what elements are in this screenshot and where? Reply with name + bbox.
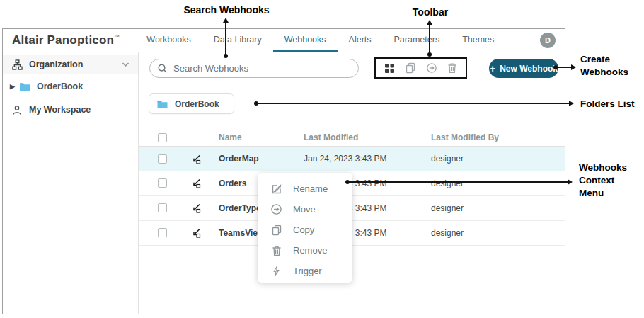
folder-icon [19, 81, 30, 91]
logo-text: Altair Panopticon [12, 33, 114, 47]
main-nav: Workbooks Data Library Webhooks Alerts P… [135, 29, 505, 52]
row-checkbox[interactable] [158, 154, 167, 164]
arrowhead-right [571, 64, 576, 70]
tab-webhooks[interactable]: Webhooks [273, 29, 338, 52]
tab-data-library[interactable]: Data Library [202, 29, 273, 52]
annotation-dot [345, 180, 350, 184]
arrowhead-up [427, 20, 432, 25]
content-topbar: + New Webhook [139, 52, 565, 84]
sidebar: Organization ▶ OrderBook My Workspace [3, 52, 139, 314]
move-icon [270, 203, 282, 215]
sidebar-item-label: Organization [29, 59, 83, 69]
webhook-last-modified-by: designer [431, 171, 464, 196]
delete-icon [270, 245, 282, 256]
trademark: ™ [114, 34, 120, 40]
annotation-line-text: Context [579, 174, 627, 187]
sidebar-divider [3, 98, 138, 98]
folder-icon [156, 99, 168, 109]
sidebar-item-my-workspace[interactable]: My Workspace [3, 99, 138, 120]
app-logo: Altair Panopticon™ [12, 33, 120, 47]
annotation-line [225, 22, 226, 55]
sidebar-item-orderbook[interactable]: ▶ OrderBook [3, 76, 138, 96]
menu-item-label: Trigger [293, 266, 322, 276]
webhook-last-modified-by: designer [431, 221, 464, 246]
webhook-last-modified-by: designer [431, 147, 464, 171]
app-window: Altair Panopticon™ Workbooks Data Librar… [2, 28, 565, 314]
annotation-line-text: Webhooks [580, 66, 628, 79]
annotation-dot [224, 54, 228, 58]
arrowhead-right [569, 101, 574, 106]
webhook-last-modified-by: designer [431, 196, 464, 221]
arrowhead-up [223, 18, 229, 23]
webhook-icon [190, 227, 202, 242]
menu-item-copy[interactable]: Copy [258, 220, 352, 240]
annotation-line [258, 103, 569, 104]
lightning-icon [270, 266, 282, 276]
folder-chip-orderbook[interactable]: OrderBook [149, 93, 234, 114]
menu-item-rename[interactable]: Rename [258, 178, 352, 199]
move-icon[interactable] [426, 62, 437, 74]
tab-alerts[interactable]: Alerts [338, 29, 383, 52]
person-icon [11, 105, 23, 115]
search-icon [157, 63, 168, 74]
annotation-create-webhooks: Create Webhooks [580, 53, 628, 79]
annotation-webhooks-context-menu: Webhooks Context Menu [579, 161, 627, 200]
row-checkbox[interactable] [158, 203, 167, 212]
user-avatar[interactable]: D [540, 33, 556, 48]
webhook-icon [190, 178, 202, 192]
tab-themes[interactable]: Themes [451, 29, 505, 52]
annotation-line-text: Webhooks [579, 161, 627, 174]
plus-icon: + [490, 63, 495, 74]
menu-item-trigger[interactable]: Trigger [258, 261, 352, 281]
sidebar-item-label: OrderBook [37, 81, 83, 91]
select-all-checkbox[interactable] [158, 133, 167, 142]
sidebar-item-organization[interactable]: Organization [3, 55, 138, 74]
content-area: + New Webhook OrderBook Name Last Modifi… [139, 52, 565, 314]
toolbar [374, 57, 467, 79]
delete-icon[interactable] [447, 62, 457, 74]
annotation-search-webhooks: Search Webhooks [177, 4, 276, 16]
table-header: Name Last Modified Last Modified By [139, 127, 565, 147]
tab-workbooks[interactable]: Workbooks [135, 29, 202, 52]
folder-chip-label: OrderBook [175, 99, 219, 109]
webhook-icon [190, 154, 202, 168]
annotation-toolbar: Toolbar [396, 6, 464, 18]
copy-icon[interactable] [405, 62, 416, 74]
annotation-folders-list: Folders List [580, 98, 635, 110]
column-header-name: Name [219, 127, 242, 147]
grid-view-icon[interactable] [384, 63, 395, 74]
annotation-dot [427, 52, 432, 57]
annotation-line [429, 24, 430, 54]
annotation-dot [553, 65, 558, 69]
table-row[interactable]: OrderMap Jan 24, 2023 3:43 PM designer [139, 147, 565, 171]
annotation-line [349, 181, 568, 183]
webhooks-context-menu: Rename Move Copy Remove [258, 173, 352, 283]
menu-item-label: Move [293, 204, 316, 215]
tab-parameters[interactable]: Parameters [383, 29, 452, 52]
new-webhook-button[interactable]: + New Webhook [489, 59, 558, 78]
hierarchy-icon [11, 59, 23, 70]
app-header: Altair Panopticon™ Workbooks Data Librar… [3, 29, 565, 52]
new-webhook-label: New Webhook [500, 64, 558, 74]
edit-icon [270, 183, 282, 195]
annotation-line-text: Menu [579, 187, 627, 200]
webhook-name: Orders [219, 171, 246, 196]
search-input[interactable] [173, 63, 358, 74]
column-header-last-modified-by: Last Modified By [431, 127, 499, 147]
row-checkbox[interactable] [158, 178, 167, 188]
row-checkbox[interactable] [158, 228, 167, 237]
menu-item-move[interactable]: Move [258, 199, 352, 220]
arrowhead-right [568, 179, 573, 185]
annotation-line-text: Create [580, 53, 628, 66]
column-header-last-modified: Last Modified [304, 127, 358, 147]
annotation-line [557, 67, 571, 68]
chevron-down-icon[interactable] [122, 59, 130, 69]
menu-item-remove[interactable]: Remove [258, 240, 352, 261]
copy-icon [270, 225, 282, 236]
expand-caret-icon[interactable]: ▶ [10, 83, 15, 90]
webhook-icon [190, 203, 202, 217]
search-box [149, 59, 359, 78]
menu-item-label: Rename [293, 183, 328, 194]
webhook-name: OrderType [219, 196, 261, 221]
sidebar-item-label: My Workspace [29, 105, 91, 115]
